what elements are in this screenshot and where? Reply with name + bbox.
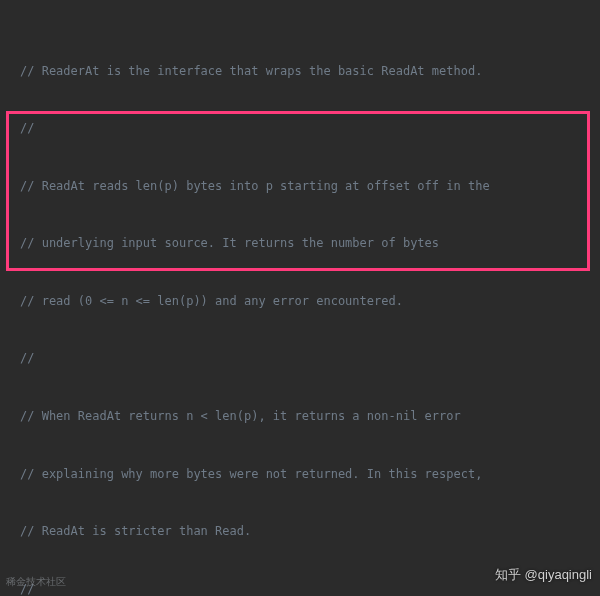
comment-line: // underlying input source. It returns t…: [16, 234, 439, 253]
comment-line: // When ReadAt returns n < len(p), it re…: [16, 407, 461, 426]
comment-line: //: [16, 580, 34, 596]
comment-line: // ReadAt reads len(p) bytes into p star…: [16, 177, 490, 196]
code-editor[interactable]: // ReaderAt is the interface that wraps …: [0, 0, 600, 596]
comment-line: // read (0 <= n <= len(p)) and any error…: [16, 292, 403, 311]
comment-line: // ReadAt is stricter than Read.: [16, 522, 251, 541]
comment-line: //: [16, 349, 34, 368]
comment-line: //: [16, 119, 34, 138]
comment-line: // explaining why more bytes were not re…: [16, 465, 482, 484]
comment-line: // ReaderAt is the interface that wraps …: [16, 62, 482, 81]
